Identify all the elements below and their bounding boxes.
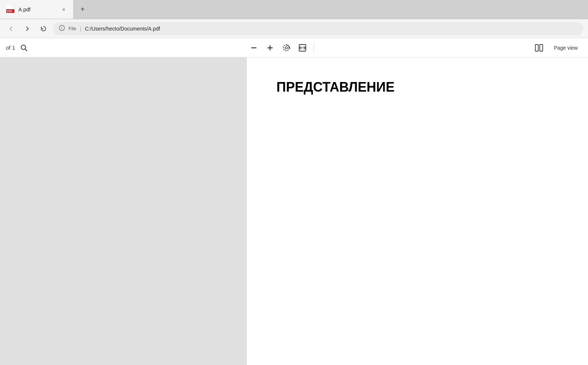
page-view-label: Page view xyxy=(554,45,578,51)
active-tab[interactable]: PDF A.pdf × xyxy=(0,0,74,19)
address-separator: | xyxy=(80,26,81,32)
svg-text:i: i xyxy=(62,26,62,30)
reload-button[interactable] xyxy=(37,22,50,35)
document-title: ПРЕДСТАВЛЕНИЕ xyxy=(276,79,395,95)
search-button[interactable] xyxy=(17,41,31,54)
zoom-out-button[interactable] xyxy=(246,40,261,55)
tab-title: A.pdf xyxy=(18,7,56,13)
zoom-out-icon xyxy=(250,44,258,52)
page-of-label: of 1 xyxy=(6,45,15,51)
address-bar: i File | C:/Users/hecto/Documents/A.pdf xyxy=(0,19,588,38)
page-view-button[interactable]: Page view xyxy=(549,43,582,53)
info-icon: i xyxy=(59,25,65,32)
toolbar: of 1 xyxy=(0,38,588,57)
toolbar-divider xyxy=(314,43,314,53)
zoom-in-button[interactable] xyxy=(263,40,277,55)
svg-text:PDF: PDF xyxy=(7,10,13,13)
fit-page-icon xyxy=(298,44,307,52)
svg-line-6 xyxy=(25,49,27,51)
rotate-button[interactable] xyxy=(279,40,294,55)
tab-bar: PDF A.pdf × + xyxy=(0,0,588,19)
tab-close-button[interactable]: × xyxy=(60,6,67,13)
address-path: C:/Users/hecto/Documents/A.pdf xyxy=(85,26,578,32)
fit-page-button[interactable] xyxy=(295,40,310,55)
page-indicator: of 1 xyxy=(6,45,15,51)
columns-icon xyxy=(535,44,543,52)
back-button[interactable] xyxy=(4,22,18,35)
forward-icon xyxy=(24,26,30,32)
toolbar-left: of 1 xyxy=(6,41,31,54)
file-label: File xyxy=(69,26,76,31)
address-input[interactable]: i File | C:/Users/hecto/Documents/A.pdf xyxy=(53,22,584,35)
columns-icon-button[interactable] xyxy=(532,40,546,55)
back-icon xyxy=(8,26,14,32)
search-icon xyxy=(20,44,28,52)
reload-icon xyxy=(40,25,47,32)
svg-rect-15 xyxy=(535,45,538,51)
new-tab-button[interactable]: + xyxy=(75,2,90,17)
svg-point-11 xyxy=(285,47,287,49)
left-panel xyxy=(0,57,247,365)
toolbar-right: Page view xyxy=(532,40,582,55)
toolbar-center xyxy=(246,40,310,55)
svg-rect-16 xyxy=(540,45,543,51)
pdf-document: ПРЕДСТАВЛЕНИЕ xyxy=(247,57,588,365)
pdf-tab-icon: PDF xyxy=(6,4,15,15)
zoom-in-icon xyxy=(266,44,274,52)
content-area: ПРЕДСТАВЛЕНИЕ xyxy=(0,57,588,365)
forward-button[interactable] xyxy=(21,22,34,35)
rotate-icon xyxy=(282,44,290,52)
